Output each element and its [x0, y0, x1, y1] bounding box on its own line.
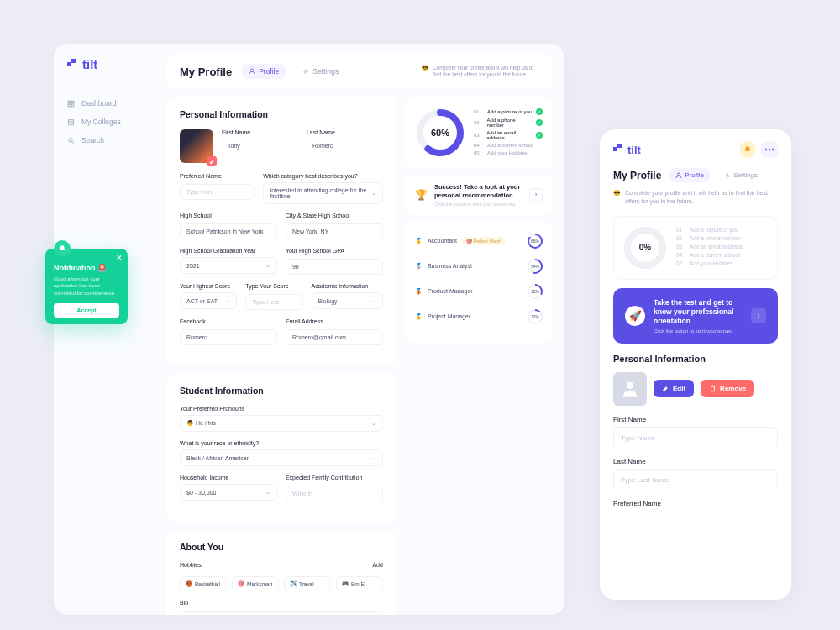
pronoun-label: Your Preferred Pronouns: [180, 406, 383, 412]
cta-button[interactable]: ›: [751, 308, 766, 323]
score-type-input[interactable]: [245, 294, 302, 310]
first-name-label: First Name: [222, 129, 298, 135]
checklist-item: 04Add a current school: [474, 143, 543, 148]
email-input[interactable]: [286, 329, 383, 345]
checklist-item: 02Add a phone number✓: [474, 118, 543, 128]
rocket-icon: 🚀: [625, 306, 645, 326]
logo-icon: [613, 144, 625, 155]
mobile-avatar: [613, 372, 647, 406]
tab-label: Profile: [259, 67, 279, 76]
chevron-down-icon: ⌄: [371, 190, 376, 197]
hobby-chip[interactable]: ✈️Travel: [284, 576, 331, 591]
add-hobby-button[interactable]: Add: [372, 562, 382, 571]
page-header: My Profile Profile Settings 😎 Complete y…: [166, 54, 553, 89]
notification-popup: ✕ Notification 🚨 Good afternoon your app…: [45, 249, 128, 324]
check-icon: ✓: [536, 108, 543, 115]
mobile-tab-settings[interactable]: Settings: [718, 168, 764, 182]
hs-city-input[interactable]: [286, 223, 383, 239]
acad-select[interactable]: Biology⌄: [312, 292, 383, 309]
checklist-item: 02Add a phone number: [676, 235, 769, 241]
nav-dashboard[interactable]: Dashboard: [62, 94, 146, 113]
score-label: Your Highest Score: [180, 283, 237, 289]
gear-icon: [302, 68, 309, 75]
m-last-name-input[interactable]: [613, 469, 778, 491]
checklist-item: 03Add an email address✓: [474, 130, 543, 140]
nav-label: My Colleges: [81, 118, 121, 126]
cta-subtitle: Click the button to start your survey: [654, 328, 743, 333]
recommendation-item[interactable]: 🥈Business Analyst54%: [415, 257, 543, 276]
acad-label: Academic Information: [312, 283, 383, 289]
hobbies-label: Hobbies: [180, 562, 202, 568]
recommendation-item[interactable]: 🏅Project Manager12%: [415, 307, 543, 326]
success-action-button[interactable]: ›: [529, 188, 543, 202]
hs-city-label: City & State High School: [286, 213, 383, 218]
hobby-chip[interactable]: 🎮Em Ei: [336, 576, 383, 591]
edit-button[interactable]: Edit: [654, 380, 694, 397]
avatar-edit-icon[interactable]: [207, 156, 217, 166]
bell-icon: [54, 240, 71, 257]
mobile-notifications-button[interactable]: [739, 141, 756, 158]
first-name-value: Tony: [222, 139, 298, 153]
checklist-item: 05Add your Hobbies: [474, 150, 543, 155]
remove-button[interactable]: Remove: [701, 380, 754, 397]
grad-year-select[interactable]: 2021⌄: [180, 257, 277, 274]
hobby-chip[interactable]: 🎯Marksman: [232, 576, 279, 591]
facebook-label: Facebook: [180, 318, 277, 324]
check-icon: ✓: [536, 132, 543, 139]
hobby-chip[interactable]: 🏀Basketball: [180, 576, 227, 591]
race-select[interactable]: Black / African American⌄: [180, 449, 383, 466]
mobile-section-title: Personal Information: [613, 354, 778, 364]
mobile-progress-value: 0%: [622, 225, 668, 270]
mobile-tab-profile[interactable]: Profile: [669, 168, 710, 182]
svg-point-8: [251, 69, 254, 71]
success-subtitle: Click the button to redo your last surve…: [434, 202, 522, 207]
chevron-down-icon: ⌄: [265, 262, 270, 269]
svg-point-13: [727, 175, 728, 176]
tab-profile[interactable]: Profile: [242, 64, 286, 79]
main-content: My Profile Profile Settings 😎 Complete y…: [155, 44, 564, 615]
user-icon: [249, 68, 255, 75]
bio-input[interactable]: [180, 611, 383, 615]
close-icon[interactable]: ✕: [116, 254, 123, 262]
chevron-down-icon: ⌄: [371, 297, 376, 304]
svg-rect-4: [69, 119, 74, 124]
score-select[interactable]: ACT or SAT⌄: [180, 292, 237, 309]
pronoun-select[interactable]: 👨 He / his⌄: [180, 415, 383, 432]
colleges-icon: [67, 118, 75, 126]
svg-rect-1: [71, 101, 74, 103]
highschool-input[interactable]: [180, 223, 277, 239]
chevron-down-icon: ⌄: [371, 420, 376, 427]
recommendation-item[interactable]: 🥉Product Manager32%: [415, 282, 543, 301]
tip-emoji: 😎: [613, 189, 621, 206]
income-select[interactable]: $0 - 30,000⌄: [180, 484, 277, 501]
category-select[interactable]: Interested in attending college for the …: [263, 182, 383, 204]
nav-search[interactable]: Search: [62, 131, 146, 150]
nav-label: Dashboard: [81, 99, 117, 108]
bio-label: Bio: [180, 600, 383, 606]
m-first-name-label: First Name: [613, 416, 778, 423]
avatar[interactable]: [180, 129, 213, 163]
svg-point-9: [305, 71, 307, 72]
gpa-input[interactable]: [286, 259, 383, 275]
efc-input[interactable]: [286, 486, 383, 501]
right-column: 60% 01Add a picture of you✓02Add a phone…: [405, 97, 553, 615]
notification-title: Notification 🚨: [54, 264, 119, 272]
brand-logo: tilt: [67, 57, 97, 71]
m-first-name-input[interactable]: [613, 427, 778, 449]
accept-button[interactable]: Accept: [54, 303, 119, 318]
mobile-cta-card: 🚀 Take the test and get to know your pro…: [613, 288, 778, 344]
highschool-label: High School: [180, 213, 277, 218]
recommendations-card: 🥇Accountant🎯 Perfect Match86%🥈Business A…: [405, 222, 553, 343]
recommendation-item[interactable]: 🥇Accountant🎯 Perfect Match86%: [415, 232, 543, 250]
check-icon: ✓: [536, 119, 543, 126]
chevron-down-icon: ⌄: [371, 454, 376, 461]
preferred-name-input[interactable]: [180, 184, 255, 200]
tip-text: Complete your profile and it will help u…: [433, 65, 539, 79]
checklist-item: 01Add a picture of you: [676, 227, 769, 233]
tip-text: Complete your profile and it will help u…: [625, 189, 778, 206]
facebook-input[interactable]: [180, 329, 277, 345]
nav-colleges[interactable]: My Colleges: [62, 113, 146, 131]
mobile-more-button[interactable]: ⋯: [761, 141, 778, 158]
tip-emoji: 😎: [422, 65, 428, 71]
tab-settings[interactable]: Settings: [296, 64, 345, 79]
